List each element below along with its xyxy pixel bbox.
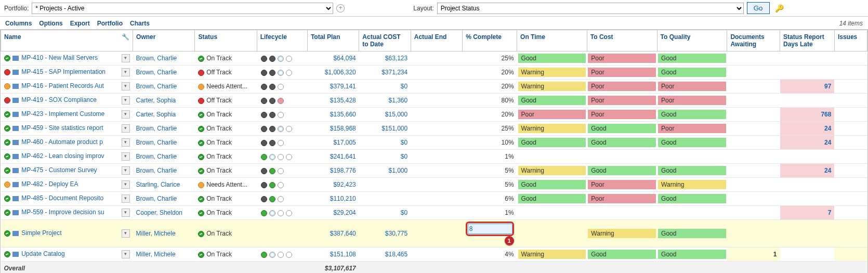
- lifecycle-dot[interactable]: [269, 112, 275, 118]
- table-row[interactable]: MP-416 - Patient Records Aut▾Brown, Char…: [1, 80, 867, 94]
- cell-lifecycle[interactable]: [257, 66, 307, 80]
- table-row[interactable]: MP-419 - SOX Compliance▾Carter, Sophia O…: [1, 94, 867, 108]
- cell-actual-end[interactable]: [411, 150, 462, 164]
- cell-status-report-late[interactable]: [780, 220, 835, 248]
- cell-on-time[interactable]: Warning: [517, 80, 587, 94]
- table-row[interactable]: MP-485 - Document Reposito▾Brown, Charli…: [1, 192, 867, 206]
- cell-status-report-late[interactable]: 24: [780, 164, 835, 178]
- cell-actual-end[interactable]: [411, 80, 462, 94]
- cell-status[interactable]: Off Track: [195, 94, 257, 108]
- cell-name[interactable]: MP-410 - New Mail Servers▾: [1, 51, 133, 66]
- cell-on-time[interactable]: Poor: [517, 108, 587, 122]
- lifecycle-dot[interactable]: [278, 140, 284, 146]
- row-menu-icon[interactable]: ▾: [122, 229, 130, 238]
- owner-link[interactable]: Cooper, Sheldon: [136, 209, 182, 216]
- cell-status[interactable]: On Track: [195, 150, 257, 164]
- cell-to-cost[interactable]: Poor: [587, 108, 657, 122]
- cell-status-report-late[interactable]: 97: [780, 80, 835, 94]
- row-menu-icon[interactable]: ▾: [122, 96, 130, 105]
- lifecycle-dot[interactable]: [269, 126, 275, 132]
- cell-on-time[interactable]: Warning: [517, 66, 587, 80]
- lifecycle-dot[interactable]: [278, 168, 284, 174]
- cell-on-time[interactable]: [517, 206, 587, 220]
- col-status-report[interactable]: Status Report Days Late: [780, 30, 835, 51]
- cell-issues[interactable]: [834, 192, 867, 206]
- menu-options[interactable]: Options: [39, 20, 62, 27]
- cell-issues[interactable]: [834, 220, 867, 248]
- cell-lifecycle[interactable]: [257, 248, 307, 262]
- table-row[interactable]: MP-460 - Automate product p▾Brown, Charl…: [1, 136, 867, 150]
- lifecycle-dot[interactable]: [269, 70, 275, 76]
- cell-actual-cost[interactable]: $15,000: [359, 108, 411, 122]
- cell-status[interactable]: On Track: [195, 51, 257, 66]
- cell-on-time[interactable]: Good: [517, 178, 587, 192]
- col-status[interactable]: Status: [195, 30, 257, 51]
- cell-docs[interactable]: [727, 178, 780, 192]
- cell-on-time[interactable]: Good: [517, 94, 587, 108]
- row-menu-icon[interactable]: ▾: [122, 194, 130, 203]
- cell-actual-cost[interactable]: $1,360: [359, 94, 411, 108]
- cell-lifecycle[interactable]: [257, 178, 307, 192]
- lifecycle-dot[interactable]: [278, 154, 284, 160]
- lifecycle-dot[interactable]: [261, 112, 267, 118]
- cell-actual-cost[interactable]: [359, 192, 411, 206]
- cell-actual-end[interactable]: [411, 94, 462, 108]
- lifecycle-dot[interactable]: [278, 210, 284, 216]
- cell-docs[interactable]: [727, 122, 780, 136]
- cell-to-quality[interactable]: Good: [657, 220, 727, 248]
- cell-actual-cost[interactable]: $151,000: [359, 122, 411, 136]
- cell-issues[interactable]: [834, 122, 867, 136]
- lifecycle-dot[interactable]: [261, 182, 267, 188]
- cell-actual-end[interactable]: [411, 178, 462, 192]
- cell-pct-complete[interactable]: 1: [463, 220, 517, 248]
- col-lifecycle[interactable]: Lifecycle: [257, 30, 307, 51]
- row-menu-icon[interactable]: ▾: [122, 180, 130, 189]
- pct-complete-input[interactable]: [468, 224, 512, 234]
- row-menu-icon[interactable]: ▾: [122, 166, 130, 175]
- cell-name[interactable]: MP-419 - SOX Compliance▾: [1, 94, 133, 108]
- project-link[interactable]: MP-462 - Lean closing improv: [21, 152, 104, 160]
- cell-actual-cost[interactable]: [359, 178, 411, 192]
- cell-status[interactable]: On Track: [195, 220, 257, 248]
- cell-owner[interactable]: Starling, Clarice: [133, 178, 195, 192]
- cell-pct-complete[interactable]: 10%: [463, 136, 517, 150]
- lifecycle-dot[interactable]: [278, 126, 284, 132]
- project-link[interactable]: MP-416 - Patient Records Aut: [21, 82, 104, 89]
- cell-owner[interactable]: Carter, Sophia: [133, 94, 195, 108]
- lifecycle-dot[interactable]: [286, 70, 292, 76]
- table-row[interactable]: MP-423 - Implement Custome▾Carter, Sophi…: [1, 108, 867, 122]
- cell-owner[interactable]: Miller, Michele: [133, 248, 195, 262]
- cell-docs[interactable]: [727, 66, 780, 80]
- owner-link[interactable]: Brown, Charlie: [136, 69, 177, 76]
- cell-issues[interactable]: [834, 66, 867, 80]
- cell-status[interactable]: Off Track: [195, 66, 257, 80]
- cell-docs[interactable]: [727, 136, 780, 150]
- lifecycle-dot[interactable]: [269, 98, 275, 104]
- cell-issues[interactable]: [834, 206, 867, 220]
- cell-actual-end[interactable]: [411, 192, 462, 206]
- cell-docs[interactable]: [727, 80, 780, 94]
- cell-to-cost[interactable]: Poor: [587, 178, 657, 192]
- table-row[interactable]: MP-559 - Improve decision su▾Cooper, She…: [1, 206, 867, 220]
- project-link[interactable]: MP-459 - Site statistics report: [21, 124, 103, 132]
- lifecycle-dot[interactable]: [261, 126, 267, 132]
- cell-docs[interactable]: [727, 206, 780, 220]
- cell-to-cost[interactable]: Good: [587, 248, 657, 262]
- cell-actual-cost[interactable]: $63,123: [359, 51, 411, 66]
- lifecycle-dot[interactable]: [269, 154, 275, 160]
- cell-issues[interactable]: [834, 248, 867, 262]
- row-menu-icon[interactable]: ▾: [122, 110, 130, 119]
- cell-name[interactable]: MP-423 - Implement Custome▾: [1, 108, 133, 122]
- cell-docs[interactable]: [727, 192, 780, 206]
- lifecycle-dot[interactable]: [269, 168, 275, 174]
- wrench-icon[interactable]: 🔧: [122, 33, 129, 41]
- cell-status-report-late[interactable]: 24: [780, 122, 835, 136]
- col-actual-end[interactable]: Actual End: [411, 30, 462, 51]
- lifecycle-dot[interactable]: [269, 140, 275, 146]
- cell-lifecycle[interactable]: [257, 206, 307, 220]
- cell-total-plan[interactable]: $198,776: [307, 164, 359, 178]
- lifecycle-dot[interactable]: [278, 182, 284, 188]
- cell-total-plan[interactable]: $17,005: [307, 136, 359, 150]
- cell-actual-cost[interactable]: $1,000: [359, 164, 411, 178]
- table-row[interactable]: MP-462 - Lean closing improv▾Brown, Char…: [1, 150, 867, 164]
